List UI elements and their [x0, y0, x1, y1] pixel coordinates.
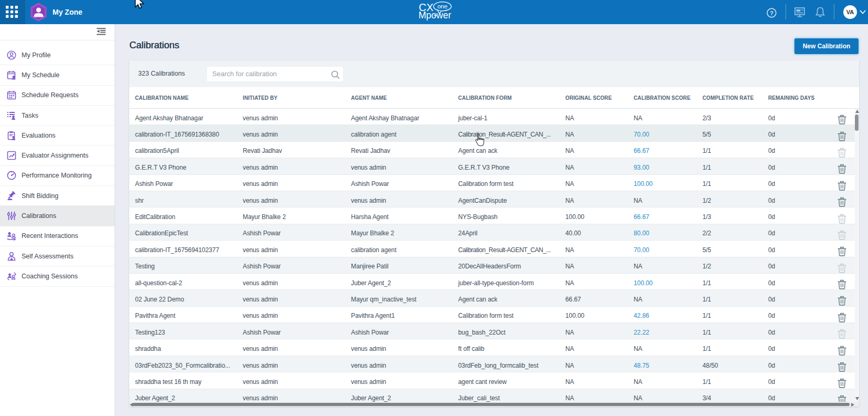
svg-text:Mpower: Mpower: [419, 10, 451, 20]
svg-text:one: one: [437, 3, 447, 9]
svg-text:?: ?: [770, 10, 773, 16]
